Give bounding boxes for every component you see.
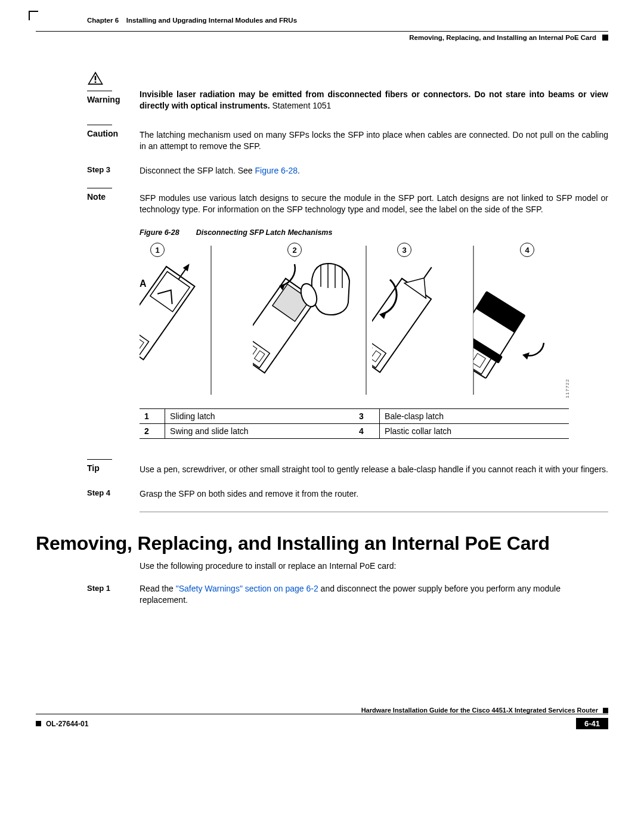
footer-marker <box>36 721 41 726</box>
header-row-2: Removing, Replacing, and Installing an I… <box>36 32 608 41</box>
warning-icon <box>87 71 104 85</box>
svg-rect-2 <box>95 76 97 80</box>
caution-label: Caution <box>87 129 118 138</box>
caution-text: The latching mechanism used on many SFPs… <box>140 125 608 152</box>
page-number: 6-41 <box>576 718 608 729</box>
warning-bold-text: Invisible laser radiation may be emitted… <box>140 89 608 110</box>
note-text: SFP modules use various latch designs to… <box>140 188 608 215</box>
note-label: Note <box>87 192 106 202</box>
doc-id: OL-27644-01 <box>46 720 88 728</box>
section-intro: Use the following procedure to install o… <box>140 561 608 572</box>
header-marker <box>602 35 608 41</box>
tip-text: Use a pen, screwdriver, or other small s… <box>140 459 608 475</box>
table-row: 2 Swing and slide latch 4 Plastic collar… <box>140 424 569 439</box>
step-1: Step 1 Read the "Safety Warnings" sectio… <box>87 583 608 606</box>
figure-link[interactable]: Figure 6-28 <box>255 166 298 175</box>
warning-tail: Statement 1051 <box>270 101 332 110</box>
figure-caption: Figure 6-28 Disconnecting SFP Latch Mech… <box>140 228 608 237</box>
step-4: Step 4 Grasp the SFP on both sides and r… <box>87 488 608 500</box>
tip-label: Tip <box>87 463 100 473</box>
step-3: Step 3 Disconnect the SFP latch. See Fig… <box>87 165 608 176</box>
footer-marker <box>603 708 608 713</box>
warning-label: Warning <box>87 95 120 104</box>
note-block: Note SFP modules use various latch desig… <box>87 188 608 215</box>
svg-marker-7 <box>183 262 192 272</box>
table-row: 1 Sliding latch 3 Bale-clasp latch <box>140 409 569 424</box>
section-heading: Removing, Replacing, and Installing an I… <box>36 532 608 555</box>
safety-warnings-link[interactable]: "Safety Warnings" section on page 6-2 <box>176 584 318 593</box>
header-row-1: Chapter 6 Installing and Upgrading Inter… <box>36 17 608 25</box>
page-footer: Hardware Installation Guide for the Cisc… <box>36 707 608 729</box>
tip-block: Tip Use a pen, screwdriver, or other sma… <box>87 459 608 475</box>
svg-rect-3 <box>95 82 97 83</box>
caution-block: Caution The latching mechanism used on m… <box>87 125 608 152</box>
figure-legend-table: 1 Sliding latch 3 Bale-clasp latch 2 Swi… <box>140 408 569 439</box>
warning-block: Warning Invisible laser radiation may be… <box>87 71 608 112</box>
figure-6-28: 117722 1 A B <box>140 243 569 398</box>
